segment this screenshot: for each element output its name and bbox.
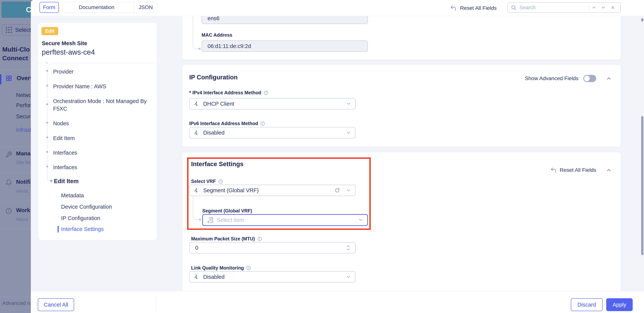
oneof-icon: [193, 274, 200, 280]
apply-button[interactable]: Apply: [606, 298, 633, 311]
edit-badge: Edit: [42, 27, 58, 35]
chevron-down-icon: [346, 130, 351, 135]
search-prev-button[interactable]: [589, 3, 599, 12]
info-icon[interactable]: [246, 266, 251, 270]
oneof-icon: [193, 187, 200, 194]
search-clear-button[interactable]: [608, 3, 618, 12]
mtu-label: Maximum Packet Size (MTU): [191, 236, 262, 242]
brand-logo-letter: C: [26, 6, 31, 14]
sidebar-item-workspace[interactable]: Work: [16, 207, 30, 214]
scrollbar-thumb-top[interactable]: [641, 18, 644, 22]
sidebar-item-overview[interactable]: Overv: [6, 75, 31, 82]
sidebar-item-network[interactable]: Netwo: [16, 92, 31, 98]
object-type: Secure Mesh Site: [42, 40, 87, 46]
toggle-knob: [584, 76, 590, 81]
mac-address-field: 06:d1:11:de:c9:2d: [202, 40, 368, 52]
editor-header: Form Documentation JSON Reset All Fields: [31, 0, 644, 16]
scrollbar-thumb[interactable]: [641, 116, 644, 255]
chevron-down-icon: [44, 61, 50, 65]
divider: [156, 296, 156, 311]
mtu-field[interactable]: 0: [189, 242, 356, 254]
info-icon: [5, 208, 12, 214]
divider: [38, 63, 157, 63]
reset-section-button[interactable]: Reset All Fields: [550, 162, 596, 178]
undo-icon: [450, 5, 457, 12]
card-header-controls: Reset All Fields: [550, 162, 612, 178]
link-quality-select[interactable]: Disabled: [189, 271, 356, 282]
interface-settings-card: Interface Settings Reset All Fields Sele…: [182, 152, 621, 294]
select-vrf-label: Select VRF: [191, 178, 223, 184]
scrollbar[interactable]: [641, 16, 644, 291]
interface-name-value: ens6: [202, 15, 220, 22]
ipv4-method-value: DHCP Client: [203, 101, 234, 107]
info-icon[interactable]: [257, 236, 262, 241]
app-switcher-button[interactable]: Select: [2, 24, 31, 36]
tree-connector-elbow: [193, 43, 199, 49]
link-quality-label: Link Quality Monitoring: [191, 265, 251, 271]
tree-connector: [193, 196, 193, 214]
segment-label: Segment (Global VRF): [202, 208, 252, 214]
advanced-nav-toggle[interactable]: Advanced nav: [2, 300, 31, 306]
sidebar-item-notifications-subtitle: Alerts,: [16, 188, 29, 194]
search-icon: [511, 5, 516, 10]
sidebar-item-notifications[interactable]: Notifi: [16, 178, 30, 185]
search-next-button[interactable]: [599, 3, 608, 12]
list-plus-icon: [207, 216, 214, 224]
discard-button[interactable]: Discard: [571, 298, 602, 311]
tree-connector-dot: [199, 48, 200, 50]
info-icon[interactable]: [260, 121, 265, 126]
undo-icon: [550, 167, 557, 173]
active-nav-indicator: [0, 74, 1, 84]
chevron-down-icon: [346, 188, 351, 193]
ipv4-method-select[interactable]: DHCP Client: [189, 98, 356, 110]
editor-panel: ens6 MAC Address 06:d1:11:de:c9:2d IP Co…: [31, 0, 644, 313]
oneof-icon: [193, 100, 200, 107]
chevron-down-icon: [346, 274, 351, 279]
collapse-section-icon[interactable]: [606, 76, 612, 81]
editor-footer: Cancel All Discard Apply: [31, 291, 644, 313]
app-title: Multi-Clo Connect: [2, 45, 30, 62]
bell-icon: [5, 179, 12, 186]
tree-trunk-elbow: [47, 178, 50, 181]
segment-select[interactable]: Select item: [202, 214, 368, 226]
section-title-ip-configuration: IP Configuration: [189, 74, 238, 81]
brand-logo: C: [2, 2, 31, 18]
sidebar-item-security[interactable]: Securi: [16, 114, 31, 120]
search-input[interactable]: [519, 4, 587, 11]
show-advanced-fields-label: Show Advanced Fields: [525, 76, 578, 82]
stepper-up-icon: [346, 245, 350, 248]
grid-dots-icon: [6, 27, 12, 33]
tree-connector-dot: [199, 219, 201, 220]
sidebar-item-infrastructure[interactable]: Infrast: [16, 127, 31, 133]
tree-connector-elbow: [193, 214, 199, 220]
divider: [0, 229, 31, 229]
collapse-section-icon[interactable]: [606, 167, 612, 173]
tab-documentation[interactable]: Documentation: [59, 2, 134, 13]
sidebar-item-manage[interactable]: Mana: [16, 150, 30, 157]
ipv6-method-label: IPv6 Interface Address Method: [189, 121, 265, 126]
reset-all-fields-button[interactable]: Reset All Fields: [450, 0, 496, 16]
app-switcher-label: Select: [15, 27, 31, 33]
sidebar-item-performance[interactable]: Perfor: [16, 102, 31, 108]
tab-form[interactable]: Form: [40, 2, 59, 13]
divider: [0, 201, 31, 201]
chevron-down-icon: [358, 218, 363, 222]
cancel-all-button[interactable]: Cancel All: [38, 298, 74, 311]
dashboard-icon: [6, 75, 12, 82]
refresh-icon[interactable]: [334, 188, 340, 193]
number-stepper[interactable]: [346, 245, 350, 251]
info-icon[interactable]: [218, 179, 223, 184]
oneof-icon: [193, 130, 200, 136]
show-advanced-fields-toggle[interactable]: [583, 75, 596, 82]
ipv6-method-value: Disabled: [203, 130, 224, 136]
ipv6-method-select[interactable]: Disabled: [189, 127, 356, 138]
info-icon[interactable]: [264, 90, 268, 95]
select-vrf-select[interactable]: Segment (Global VRF): [189, 185, 356, 196]
sidebar-item-manage-subtitle: Site Ma: [16, 160, 31, 165]
app-sidebar-dimmed: C Select Multi-Clo Connect Overv Netwo P…: [0, 0, 31, 313]
wrench-icon: [5, 151, 12, 158]
ip-configuration-card: IP Configuration Show Advanced Fields * …: [182, 64, 621, 147]
tab-json[interactable]: JSON: [134, 2, 157, 13]
object-name: perftest-aws-ce4: [42, 48, 95, 56]
card-header-controls: Show Advanced Fields: [525, 75, 612, 82]
